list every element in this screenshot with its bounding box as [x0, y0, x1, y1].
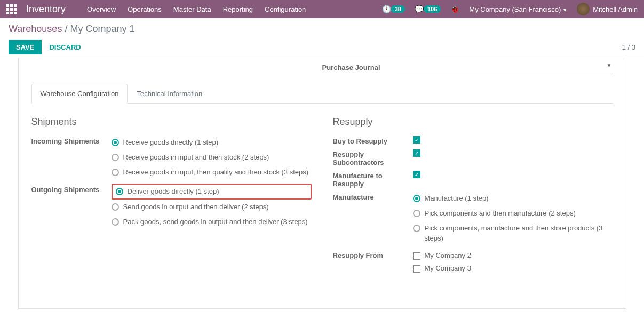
- radio-icon: [112, 169, 119, 176]
- outgoing-opt-1[interactable]: Deliver goods directly (1 step): [112, 184, 312, 200]
- buy-to-resupply-label: Buy to Resupply: [333, 135, 413, 145]
- user-menu[interactable]: Mitchell Admin: [577, 3, 638, 15]
- purchase-journal-label: Purchase Journal: [322, 63, 397, 71]
- incoming-opt-2[interactable]: Receive goods in input and then stock (2…: [112, 150, 312, 165]
- mfg-opt-1[interactable]: Manufacture (1 step): [413, 191, 613, 206]
- form-sheet: Purchase Journal ▼ Warehouse Configurati…: [18, 58, 626, 309]
- incoming-opt-1[interactable]: Receive goods directly (1 step): [112, 135, 312, 150]
- radio-icon: [413, 210, 420, 217]
- menu-configuration[interactable]: Configuration: [265, 5, 306, 13]
- save-button[interactable]: SAVE: [9, 40, 42, 54]
- outgoing-opt-3[interactable]: Pack goods, send goods in output and the…: [112, 214, 312, 229]
- mfg-opt-2[interactable]: Pick components and then manufacture (2 …: [413, 206, 613, 221]
- mfg-opt-3[interactable]: Pick components, manufacture and then st…: [413, 221, 613, 245]
- menu-operations[interactable]: Operations: [128, 5, 162, 13]
- radio-icon: [112, 203, 119, 211]
- radio-icon: [413, 225, 420, 232]
- checkbox-icon: [413, 265, 420, 273]
- resupply-from-opt-1[interactable]: My Company 2: [413, 249, 613, 262]
- activities-icon[interactable]: 🕐38: [382, 5, 405, 13]
- radio-icon: [112, 218, 119, 226]
- company-switcher[interactable]: My Company (San Francisco)▼: [469, 5, 567, 13]
- debug-icon[interactable]: 🐞: [450, 5, 459, 13]
- mfg-to-resupply-label: Manufacture to Resupply: [333, 170, 413, 188]
- shipments-title: Shipments: [31, 116, 312, 128]
- checkbox-icon: [413, 252, 420, 260]
- breadcrumb-bar: Warehouses / My Company 1 SAVE DISCARD 1…: [0, 18, 644, 58]
- menu-reporting[interactable]: Reporting: [223, 5, 253, 13]
- breadcrumb-root[interactable]: Warehouses: [9, 23, 62, 34]
- menu-master-data[interactable]: Master Data: [173, 5, 211, 13]
- app-brand[interactable]: Inventory: [26, 4, 66, 15]
- radio-icon: [413, 195, 420, 202]
- buy-to-resupply-checkbox[interactable]: ✓: [413, 136, 420, 144]
- tabs: Warehouse Configuration Technical Inform…: [31, 84, 613, 104]
- outgoing-label: Outgoing Shipments: [31, 184, 112, 194]
- pager[interactable]: 1 / 3: [622, 43, 635, 51]
- resupply-subcon-label: Resupply Subcontractors: [333, 148, 413, 166]
- incoming-label: Incoming Shipments: [31, 135, 112, 145]
- resupply-from-label: Resupply From: [333, 249, 413, 259]
- radio-icon: [112, 139, 119, 146]
- resupply-from-opt-2[interactable]: My Company 3: [413, 262, 613, 275]
- manufacture-label: Manufacture: [333, 191, 413, 201]
- purchase-journal-input[interactable]: ▼: [397, 61, 613, 73]
- tab-technical-info[interactable]: Technical Information: [128, 84, 211, 103]
- tab-warehouse-config[interactable]: Warehouse Configuration: [31, 84, 128, 104]
- breadcrumb-current: My Company 1: [70, 23, 134, 34]
- radio-icon: [112, 154, 119, 161]
- topbar: Inventory Overview Operations Master Dat…: [0, 0, 644, 18]
- discard-button[interactable]: DISCARD: [49, 43, 81, 51]
- mfg-to-resupply-checkbox[interactable]: ✓: [413, 171, 420, 178]
- main-menu: Overview Operations Master Data Reportin…: [87, 5, 382, 13]
- avatar: [577, 3, 590, 15]
- menu-overview[interactable]: Overview: [87, 5, 116, 13]
- messages-badge: 106: [424, 5, 441, 13]
- messages-icon[interactable]: 💬106: [415, 5, 441, 13]
- incoming-opt-3[interactable]: Receive goods in input, then quality and…: [112, 165, 312, 180]
- breadcrumb: Warehouses / My Company 1: [9, 23, 635, 35]
- resupply-title: Resupply: [333, 116, 613, 128]
- outgoing-opt-2[interactable]: Send goods in output and then deliver (2…: [112, 200, 312, 214]
- chevron-down-icon[interactable]: ▼: [607, 62, 612, 68]
- radio-icon: [116, 188, 123, 195]
- activities-badge: 38: [391, 5, 405, 13]
- apps-icon[interactable]: [6, 4, 17, 14]
- resupply-subcon-checkbox[interactable]: ✓: [413, 149, 420, 157]
